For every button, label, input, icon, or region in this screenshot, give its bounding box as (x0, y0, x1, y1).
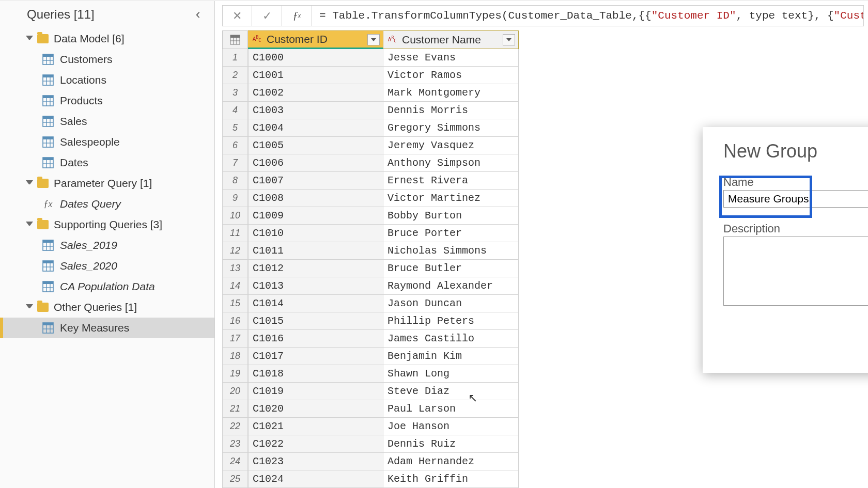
row-number[interactable]: 3 (222, 84, 248, 102)
table-row[interactable]: 18 C1017 Benjamin Kim (222, 348, 740, 365)
row-number[interactable]: 22 (222, 418, 248, 435)
row-number[interactable]: 2 (222, 67, 248, 84)
table-row[interactable]: 19 C1018 Shawn Long (222, 365, 740, 383)
cell-customer-id[interactable]: C1003 (248, 102, 383, 119)
fx-icon[interactable]: ƒx (282, 5, 312, 26)
row-number[interactable]: 23 (222, 435, 248, 453)
row-number[interactable]: 21 (222, 400, 248, 418)
row-number[interactable]: 12 (222, 242, 248, 260)
query-item[interactable]: Locations (0, 70, 214, 90)
cell-customer-name[interactable]: Dennis Ruiz (383, 435, 519, 453)
column-filter-dropdown[interactable] (503, 34, 515, 45)
table-row[interactable]: 21 C1020 Paul Larson (222, 400, 740, 418)
row-number[interactable]: 4 (222, 102, 248, 119)
row-number[interactable]: 18 (222, 348, 248, 365)
query-item[interactable]: Dates (0, 152, 214, 173)
column-filter-dropdown[interactable] (367, 34, 380, 45)
table-row[interactable]: 23 C1022 Dennis Ruiz (222, 435, 740, 453)
table-row[interactable]: 13 C1012 Bruce Butler (222, 260, 740, 277)
cell-customer-name[interactable]: Gregory Simmons (383, 119, 519, 137)
cell-customer-name[interactable]: Bruce Porter (383, 225, 519, 242)
folder-row[interactable]: Other Queries [1] (0, 297, 214, 318)
row-number[interactable]: 20 (222, 383, 248, 400)
formula-cancel-button[interactable]: ✕ (222, 5, 252, 26)
cell-customer-name[interactable]: Paul Larson (383, 400, 519, 418)
column-header-customer-name[interactable]: ABC Customer Name (383, 30, 519, 49)
table-row[interactable]: 10 C1009 Bobby Burton (222, 207, 740, 225)
row-number[interactable]: 7 (222, 154, 248, 172)
cell-customer-name[interactable]: Anthony Simpson (383, 154, 519, 172)
query-item[interactable]: Key Measures (0, 318, 214, 338)
cell-customer-id[interactable]: C1011 (248, 242, 383, 260)
cell-customer-name[interactable]: Adam Hernandez (383, 453, 519, 470)
cell-customer-id[interactable]: C1016 (248, 330, 383, 348)
query-item[interactable]: Customers (0, 49, 214, 70)
cell-customer-name[interactable]: Jason Duncan (383, 295, 519, 312)
select-all-cell[interactable] (222, 30, 248, 49)
cell-customer-name[interactable]: James Castillo (383, 330, 519, 348)
row-number[interactable]: 9 (222, 190, 248, 207)
cell-customer-id[interactable]: C1024 (248, 470, 383, 488)
table-row[interactable]: 16 C1015 Phillip Peters (222, 312, 740, 330)
cell-customer-id[interactable]: C1014 (248, 295, 383, 312)
cell-customer-id[interactable]: C1022 (248, 435, 383, 453)
group-name-input[interactable] (723, 190, 868, 208)
cell-customer-id[interactable]: C1015 (248, 312, 383, 330)
query-item[interactable]: CA Population Data (0, 276, 214, 297)
collapse-sidebar-button[interactable]: ‹ (191, 6, 205, 22)
table-row[interactable]: 1 C1000 Jesse Evans (222, 49, 740, 67)
cell-customer-name[interactable]: Keith Griffin (383, 470, 519, 488)
cell-customer-id[interactable]: C1006 (248, 154, 383, 172)
cell-customer-name[interactable]: Shawn Long (383, 365, 519, 383)
row-number[interactable]: 17 (222, 330, 248, 348)
row-number[interactable]: 24 (222, 453, 248, 470)
cell-customer-name[interactable]: Bobby Burton (383, 207, 519, 225)
cell-customer-id[interactable]: C1004 (248, 119, 383, 137)
cell-customer-id[interactable]: C1008 (248, 190, 383, 207)
cell-customer-name[interactable]: Benjamin Kim (383, 348, 519, 365)
row-number[interactable]: 14 (222, 277, 248, 295)
cell-customer-name[interactable]: Ernest Rivera (383, 172, 519, 190)
folder-row[interactable]: Parameter Query [1] (0, 173, 214, 194)
cell-customer-name[interactable]: Steve Diaz (383, 383, 519, 400)
formula-input[interactable]: = Table.TransformColumnTypes(Customer_Da… (312, 5, 864, 26)
cell-customer-id[interactable]: C1021 (248, 418, 383, 435)
cell-customer-id[interactable]: C1018 (248, 365, 383, 383)
table-row[interactable]: 8 C1007 Ernest Rivera (222, 172, 740, 190)
cell-customer-id[interactable]: C1010 (248, 225, 383, 242)
row-number[interactable]: 16 (222, 312, 248, 330)
table-row[interactable]: 22 C1021 Joe Hanson (222, 418, 740, 435)
query-item[interactable]: Sales (0, 111, 214, 132)
cell-customer-id[interactable]: C1000 (248, 49, 383, 67)
table-row[interactable]: 15 C1014 Jason Duncan (222, 295, 740, 312)
formula-confirm-button[interactable]: ✓ (252, 5, 282, 26)
cell-customer-name[interactable]: Jesse Evans (383, 49, 519, 67)
cell-customer-name[interactable]: Bruce Butler (383, 260, 519, 277)
row-number[interactable]: 5 (222, 119, 248, 137)
cell-customer-id[interactable]: C1007 (248, 172, 383, 190)
row-number[interactable]: 25 (222, 470, 248, 488)
cell-customer-name[interactable]: Phillip Peters (383, 312, 519, 330)
row-number[interactable]: 19 (222, 365, 248, 383)
cell-customer-id[interactable]: C1020 (248, 400, 383, 418)
cell-customer-id[interactable]: C1019 (248, 383, 383, 400)
row-number[interactable]: 6 (222, 137, 248, 154)
cell-customer-id[interactable]: C1005 (248, 137, 383, 154)
query-item[interactable]: Salespeople (0, 132, 214, 152)
table-row[interactable]: 9 C1008 Victor Martinez (222, 190, 740, 207)
query-item[interactable]: ƒxDates Query (0, 194, 214, 214)
column-header-customer-id[interactable]: ABC Customer ID (248, 30, 383, 49)
table-row[interactable]: 3 C1002 Mark Montgomery (222, 84, 740, 102)
cell-customer-id[interactable]: C1001 (248, 67, 383, 84)
query-item[interactable]: Sales_2020 (0, 256, 214, 276)
table-row[interactable]: 11 C1010 Bruce Porter (222, 225, 740, 242)
table-row[interactable]: 24 C1023 Adam Hernandez (222, 453, 740, 470)
folder-row[interactable]: Data Model [6] (0, 28, 214, 49)
query-item[interactable]: Sales_2019 (0, 235, 214, 256)
cell-customer-name[interactable]: Mark Montgomery (383, 84, 519, 102)
row-number[interactable]: 11 (222, 225, 248, 242)
cell-customer-name[interactable]: Dennis Morris (383, 102, 519, 119)
row-number[interactable]: 15 (222, 295, 248, 312)
row-number[interactable]: 10 (222, 207, 248, 225)
folder-row[interactable]: Supporting Queries [3] (0, 214, 214, 235)
